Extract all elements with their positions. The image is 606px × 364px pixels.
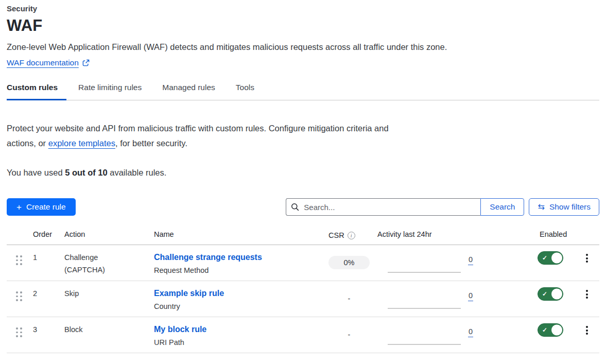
activity-sparkline <box>388 272 461 273</box>
toggle-knob <box>551 289 562 300</box>
intro-text: Protect your website and API from malici… <box>7 121 390 151</box>
rule-name-link[interactable]: My block rule <box>154 323 328 336</box>
rule-name-cell: Challenge strange requests Request Metho… <box>154 245 328 281</box>
external-link-icon <box>82 59 90 66</box>
search-group: Search <box>286 198 524 216</box>
table-body: 1 Challenge (CAPTCHA) Challenge strange … <box>7 245 599 353</box>
kebab-menu-icon[interactable] <box>583 325 591 353</box>
check-icon: ✓ <box>542 291 547 297</box>
drag-handle-icon[interactable] <box>16 255 33 265</box>
search-box <box>286 198 480 216</box>
header-csr: CSR i <box>328 230 377 240</box>
info-icon[interactable]: i <box>348 232 355 239</box>
rule-enabled-cell: ✓ <box>538 281 575 317</box>
intro-after-link: , for better security. <box>115 138 187 148</box>
usage-prefix: You have used <box>7 168 65 177</box>
table-header: Order Action Name CSR i Activity last 24… <box>7 227 599 245</box>
header-name: Name <box>154 230 328 240</box>
rule-action-line1: Skip <box>64 287 154 300</box>
table-row: 1 Challenge (CAPTCHA) Challenge strange … <box>7 245 599 281</box>
plus-icon: + <box>16 203 22 212</box>
table-row: 3 Block My block rule URI Path - 0 ✓ <box>7 317 599 353</box>
rules-table: Order Action Name CSR i Activity last 24… <box>7 227 599 353</box>
rule-menu-cell <box>575 245 599 281</box>
waf-documentation-link[interactable]: WAF documentation <box>7 58 79 67</box>
csr-value: 0% <box>328 256 370 269</box>
page-description: Zone-level Web Application Firewall (WAF… <box>7 42 599 52</box>
rule-action-line1: Challenge <box>64 251 154 264</box>
rule-action-line1: Block <box>64 323 154 336</box>
usage-suffix: available rules. <box>108 168 167 177</box>
rule-name-cell: My block rule URI Path <box>154 317 328 353</box>
explore-templates-link[interactable]: explore templates <box>48 138 115 148</box>
rule-action-line2: (CAPTCHA) <box>64 264 154 276</box>
rule-activity-cell: 0 <box>377 281 475 317</box>
rule-field: Country <box>154 301 328 312</box>
rule-menu-cell <box>575 281 599 317</box>
create-rule-button[interactable]: + Create rule <box>7 198 76 216</box>
activity-count-link[interactable]: 0 <box>468 291 473 301</box>
show-filters-button[interactable]: ⇆ Show filters <box>529 198 599 216</box>
enabled-toggle[interactable]: ✓ <box>538 251 563 265</box>
enabled-toggle[interactable]: ✓ <box>538 323 563 337</box>
header-action: Action <box>64 230 154 240</box>
tab-custom-rules[interactable]: Custom rules <box>7 83 66 100</box>
rule-action: Challenge (CAPTCHA) <box>64 245 154 281</box>
drag-handle-icon[interactable] <box>16 327 33 337</box>
usage-text: You have used 5 out of 10 available rule… <box>7 168 599 178</box>
search-icon <box>291 203 299 213</box>
doc-link-row: WAF documentation <box>7 58 599 67</box>
right-controls: Search ⇆ Show filters <box>286 198 599 216</box>
tab-tools[interactable]: Tools <box>236 83 263 100</box>
table-row: 2 Skip Example skip rule Country - 0 ✓ <box>7 281 599 317</box>
activity-sparkline <box>388 308 461 309</box>
rule-csr-cell: - <box>328 317 377 353</box>
controls-row: + Create rule Search ⇆ Show fil <box>7 198 599 216</box>
kebab-menu-icon[interactable] <box>583 253 591 281</box>
rule-name-link[interactable]: Example skip rule <box>154 287 328 300</box>
breadcrumb: Security <box>7 4 599 13</box>
rule-field: URI Path <box>154 337 328 348</box>
waf-page: Security WAF Zone-level Web Application … <box>0 0 606 353</box>
header-order: Order <box>33 230 64 240</box>
rule-name-link[interactable]: Challenge strange requests <box>154 251 328 264</box>
kebab-menu-icon[interactable] <box>583 289 591 317</box>
rule-order: 3 <box>33 317 64 353</box>
rule-csr-cell: - <box>328 281 377 317</box>
create-rule-label: Create rule <box>26 202 66 212</box>
show-filters-label: Show filters <box>549 202 591 212</box>
rule-name-cell: Example skip rule Country <box>154 281 328 317</box>
swap-arrows-icon: ⇆ <box>538 203 544 211</box>
rule-enabled-cell: ✓ <box>538 245 575 281</box>
csr-value: - <box>328 328 370 341</box>
toggle-knob <box>551 253 562 264</box>
activity-count-link[interactable]: 0 <box>468 327 473 337</box>
rule-order: 2 <box>33 281 64 317</box>
tab-managed-rules[interactable]: Managed rules <box>162 83 224 100</box>
drag-handle-icon[interactable] <box>16 291 33 301</box>
check-icon: ✓ <box>542 327 547 333</box>
rule-order: 1 <box>33 245 64 281</box>
rule-enabled-cell: ✓ <box>538 317 575 353</box>
activity-sparkline <box>388 344 461 345</box>
activity-count-link[interactable]: 0 <box>468 255 473 265</box>
csr-value: - <box>328 292 370 305</box>
header-csr-label: CSR <box>328 231 344 239</box>
search-button[interactable]: Search <box>480 198 524 216</box>
tab-bar: Custom rules Rate limiting rules Managed… <box>7 83 599 100</box>
search-input[interactable] <box>286 198 480 216</box>
rule-action: Skip <box>64 281 154 317</box>
toggle-knob <box>551 325 562 336</box>
header-activity: Activity last 24hr <box>377 230 475 240</box>
page-title: WAF <box>7 16 599 35</box>
rule-csr-cell: 0% <box>328 245 377 281</box>
rule-field: Request Method <box>154 265 328 276</box>
tab-rate-limiting-rules[interactable]: Rate limiting rules <box>78 83 150 100</box>
rule-activity-cell: 0 <box>377 317 475 353</box>
rule-activity-cell: 0 <box>377 245 475 281</box>
header-enabled: Enabled <box>538 230 575 240</box>
enabled-toggle[interactable]: ✓ <box>538 287 563 301</box>
check-icon: ✓ <box>542 255 547 261</box>
usage-count: 5 out of 10 <box>65 168 108 177</box>
rule-action: Block <box>64 317 154 353</box>
